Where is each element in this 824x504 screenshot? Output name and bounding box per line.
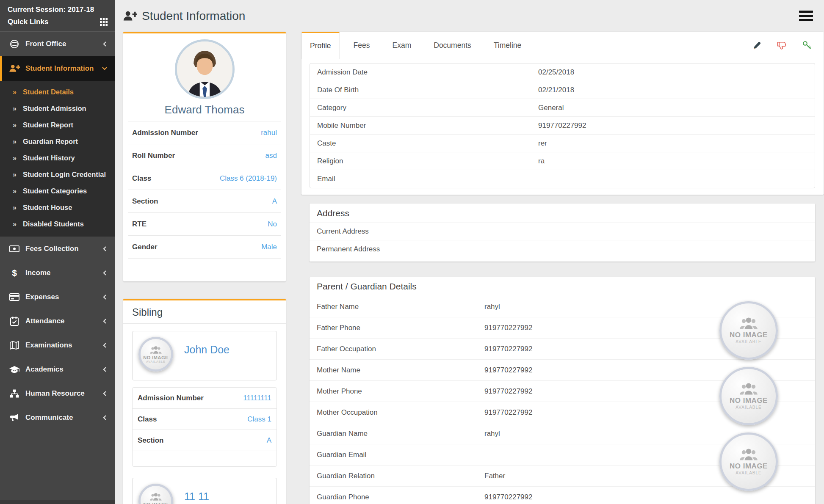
sidebar-item-student-report[interactable]: Student Report <box>0 117 115 133</box>
sidebar-item-communicate[interactable]: Communicate <box>0 405 115 430</box>
sidebar-item-examinations[interactable]: Examinations <box>0 333 115 357</box>
row-label: Guardian Phone <box>317 493 484 501</box>
detail-label: Gender <box>132 243 158 251</box>
detail-row: ClassClass 1 <box>133 409 277 430</box>
tab-actions <box>752 32 824 59</box>
person-plus-icon <box>123 11 137 21</box>
row-label: Guardian Email <box>317 451 484 459</box>
sidebar-item-student-admission[interactable]: Student Admission <box>0 100 115 117</box>
sidebar-item-student-details[interactable]: Student Details <box>0 84 115 100</box>
no-image-text: AVAILABLE <box>736 471 761 475</box>
chevron-left-icon <box>102 391 108 397</box>
chevron-left-icon <box>102 415 108 421</box>
edit-button[interactable] <box>752 41 761 50</box>
student-details-list: Admission Numberrahul Roll Numberasd Cla… <box>128 121 281 259</box>
double-chevron-icon <box>13 171 17 179</box>
sidebar-item-student-information[interactable]: Student Information <box>0 56 115 81</box>
sibling-name-link[interactable]: John Doe <box>184 344 230 356</box>
current-session-label: Current Session: 2017-18 <box>8 3 108 16</box>
detail-label: Class <box>138 415 157 424</box>
submenu-label: Student Categories <box>23 187 87 195</box>
row-value: 919770227992 <box>484 493 532 501</box>
double-chevron-icon <box>13 220 17 228</box>
sidebar-item-expenses[interactable]: Expenses <box>0 285 115 309</box>
sidebar-item-disabled-students[interactable]: Disabled Students <box>0 216 115 232</box>
table-row: Mobile Number919770227992 <box>310 117 815 135</box>
row-label: Caste <box>317 139 538 148</box>
sidebar-item-human-resource[interactable]: Human Resource <box>0 381 115 405</box>
chevron-left-icon <box>102 342 108 348</box>
tab-fees[interactable]: Fees <box>345 32 379 59</box>
sidebar-item-student-login-credential[interactable]: Student Login Credential <box>0 166 115 183</box>
sidebar-item-label: Front Office <box>25 40 102 48</box>
row-value: 919770227992 <box>484 408 532 417</box>
detail-row: SectionA <box>128 190 281 213</box>
chevron-left-icon <box>102 294 108 300</box>
sidebar-item-attendance[interactable]: Attendance <box>0 309 115 333</box>
disable-button[interactable] <box>777 41 787 50</box>
sidebar-item-student-categories[interactable]: Student Categories <box>0 183 115 199</box>
guardian-no-image-placeholder: NO IMAGE AVAILABLE <box>719 432 778 491</box>
tab-documents[interactable]: Documents <box>425 32 480 59</box>
chevron-left-icon <box>102 246 108 252</box>
sidebar-item-front-office[interactable]: Front Office <box>0 32 115 56</box>
detail-label: Section <box>132 197 158 206</box>
tab-profile[interactable]: Profile <box>301 32 340 59</box>
sidebar-item-academics[interactable]: Academics <box>0 357 115 381</box>
row-value: 02/25/2018 <box>538 68 574 77</box>
guardian-photos-column: NO IMAGE AVAILABLE NO IMAGE AVAILABLE NO… <box>719 277 778 504</box>
communicate-icon <box>8 413 20 423</box>
tab-timeline[interactable]: Timeline <box>485 32 530 59</box>
sidebar-item-student-history[interactable]: Student History <box>0 150 115 166</box>
parent-guardian-card: Parent / Guardian Details Father Namerah… <box>310 277 815 504</box>
detail-label: RTE <box>132 220 147 229</box>
sidebar-item-label: Communicate <box>25 413 102 422</box>
no-image-text: NO IMAGE <box>143 502 169 504</box>
row-value: rer <box>538 139 547 148</box>
sidebar-item-fees-collection[interactable]: Fees Collection <box>0 237 115 261</box>
hamburger-icon[interactable] <box>797 9 815 23</box>
row-value: rahyl <box>484 303 500 311</box>
student-name: Edward Thomas <box>123 103 286 116</box>
submenu-label: Student Admission <box>23 105 86 113</box>
human-resource-icon <box>8 388 20 399</box>
sidebar-item-label: Attendance <box>25 317 102 325</box>
double-chevron-icon <box>13 121 17 129</box>
sidebar-item-student-house[interactable]: Student House <box>0 199 115 216</box>
detail-row: Admission Numberrahul <box>128 121 281 144</box>
row-label: Mobile Number <box>317 121 538 130</box>
no-image-placeholder: NO IMAGE AVAILABLE <box>138 337 173 372</box>
topbar: Student Information <box>115 0 824 32</box>
sibling-name-link[interactable]: 11 11 <box>184 490 209 503</box>
fees-collection-icon <box>8 244 20 254</box>
detail-value: A <box>272 197 277 206</box>
table-row: Date Of Birth02/21/2018 <box>310 81 815 99</box>
address-card: Address Current Address Permanent Addres… <box>310 204 815 262</box>
sibling-entry: NO IMAGE AVAILABLE John Doe <box>132 331 277 380</box>
session-block: Current Session: 2017-18 Quick Links <box>0 0 115 32</box>
class-link[interactable]: Class 6 (2018-19) <box>220 174 277 183</box>
grid-icon[interactable] <box>100 18 108 26</box>
row-value: 919770227992 <box>484 387 532 396</box>
double-chevron-icon <box>13 88 17 96</box>
submenu-label: Disabled Students <box>23 220 84 228</box>
income-icon <box>8 268 20 278</box>
class-link[interactable]: Class 1 <box>247 415 271 424</box>
sidebar-item-income[interactable]: Income <box>0 261 115 285</box>
attendance-icon <box>8 316 20 326</box>
table-row: Casterer <box>310 135 815 152</box>
sidebar-item-label: Student Information <box>25 64 102 73</box>
sidebar-item-label: Human Resource <box>25 389 102 398</box>
table-row: Religionra <box>310 152 815 170</box>
sidebar-item-guardian-report[interactable]: Guardian Report <box>0 133 115 150</box>
detail-value: Male <box>261 243 277 251</box>
row-label: Father Phone <box>317 324 484 332</box>
no-image-text: NO IMAGE <box>730 462 768 471</box>
tab-exam[interactable]: Exam <box>384 32 420 59</box>
no-image-text: AVAILABLE <box>736 339 761 344</box>
chevron-down-icon <box>102 66 108 71</box>
row-value: rahyl <box>484 430 500 438</box>
login-credentials-button[interactable] <box>802 41 812 50</box>
row-label: Permanent Address <box>317 245 538 253</box>
quick-links-label: Quick Links <box>8 16 48 28</box>
